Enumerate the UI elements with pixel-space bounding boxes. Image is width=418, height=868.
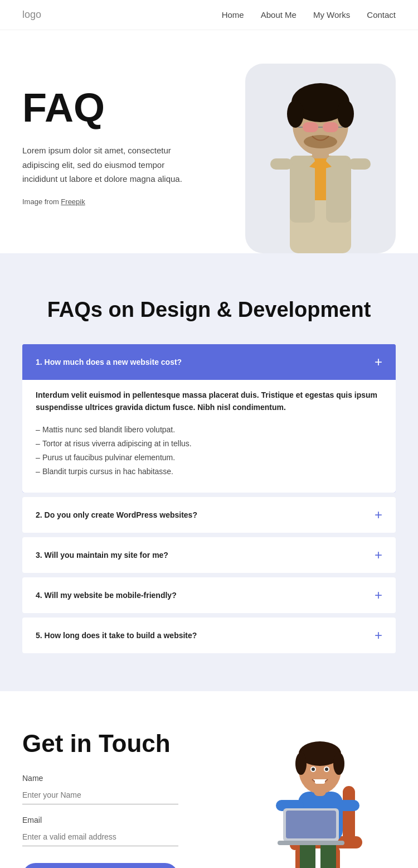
faq-question-text-4: 4. Will my website be mobile-friendly? (36, 591, 177, 600)
name-label: Name (22, 774, 229, 783)
svg-point-9 (337, 100, 354, 128)
svg-point-8 (287, 100, 304, 128)
faq-question-2[interactable]: 2. Do you only create WordPress websites… (22, 497, 396, 533)
nav-link-contact[interactable]: Contact (367, 10, 396, 20)
faq-plus-icon-4: + (375, 589, 382, 602)
contact-person-illustration (256, 741, 379, 868)
svg-point-36 (325, 768, 328, 771)
faq-question-text-5: 5. How long does it take to build a webs… (36, 631, 197, 640)
faq-item-3: 3. Will you maintain my site for me? + (22, 537, 396, 573)
faq-item-1: 1. How much does a new website cost? + I… (22, 344, 396, 493)
faq-section-title: FAQs on Design & Development (22, 298, 396, 322)
faq-item-5: 5. How long does it take to build a webs… (22, 618, 396, 653)
list-item: Blandit turpis cursus in hac habitasse. (36, 465, 382, 479)
email-label: Email (22, 816, 229, 824)
faq-question-4[interactable]: 4. Will my website be mobile-friendly? + (22, 577, 396, 613)
email-input[interactable] (22, 828, 178, 846)
hero-left: FAQ Lorem ipsum dolor sit amet, consecte… (22, 64, 240, 206)
svg-point-32 (333, 753, 344, 775)
contact-title: Get in Touch (22, 730, 229, 757)
faq-plus-icon-2: + (375, 508, 382, 522)
contact-section: Get in Touch Name Email SUBMIT Image fro… (0, 691, 418, 868)
faq-question-text-2: 2. Do you only create WordPress websites… (36, 510, 197, 519)
faq-item-4: 4. Will my website be mobile-friendly? + (22, 577, 396, 613)
nav-link-about[interactable]: About Me (261, 10, 297, 20)
hero-section: FAQ Lorem ipsum dolor sit amet, consecte… (0, 30, 418, 253)
name-form-group: Name (22, 774, 229, 804)
list-item: Tortor at risus viverra adipiscing at in… (36, 437, 382, 451)
svg-rect-16 (270, 158, 293, 170)
nav-link-works[interactable]: My Works (313, 10, 350, 20)
svg-rect-17 (348, 158, 371, 170)
hero-image-container (245, 64, 396, 253)
nav-item-contact[interactable]: Contact (367, 10, 396, 20)
submit-button[interactable]: SUBMIT (22, 863, 178, 868)
faq-question-text-3: 3. Will you maintain my site for me? (36, 551, 168, 560)
contact-left: Get in Touch Name Email SUBMIT Image fro… (22, 730, 229, 868)
svg-point-31 (295, 753, 307, 775)
svg-rect-18 (343, 786, 355, 842)
hero-description: Lorem ipsum dolor sit amet, consectetur … (22, 143, 189, 186)
faq-item-2: 2. Do you only create WordPress websites… (22, 497, 396, 533)
navbar: logo Home About Me My Works Contact (0, 0, 418, 30)
faq-question-1[interactable]: 1. How much does a new website cost? + (22, 344, 396, 380)
faq-plus-icon-3: + (375, 548, 382, 562)
logo: logo (22, 9, 41, 21)
svg-point-35 (312, 768, 315, 771)
svg-rect-41 (286, 811, 336, 838)
faq-question-text-1: 1. How much does a new website cost? (36, 358, 182, 367)
faq-plus-icon-1: + (375, 355, 382, 369)
freepik-link-hero[interactable]: Freepik (61, 197, 85, 206)
list-item: Mattis nunc sed blandit libero volutpat. (36, 423, 382, 437)
faq-section: FAQs on Design & Development 1. How much… (0, 253, 418, 691)
name-input[interactable] (22, 786, 178, 804)
svg-rect-37 (315, 779, 325, 784)
faq-question-3[interactable]: 3. Will you maintain my site for me? + (22, 537, 396, 573)
nav-item-home[interactable]: Home (222, 10, 244, 20)
list-item: Purus ut faucibus pulvinar elementum. (36, 451, 382, 465)
hero-title: FAQ (22, 86, 240, 130)
contact-right (240, 730, 396, 868)
nav-link-home[interactable]: Home (222, 10, 244, 20)
faq-plus-icon-5: + (375, 629, 382, 642)
svg-rect-42 (278, 841, 344, 845)
nav-item-works[interactable]: My Works (313, 10, 350, 20)
faq-answer-list-1: Mattis nunc sed blandit libero volutpat.… (36, 423, 382, 479)
faq-question-5[interactable]: 5. How long does it take to build a webs… (22, 618, 396, 653)
email-form-group: Email (22, 816, 229, 846)
hero-image-credit: Image from Freepik (22, 197, 240, 206)
svg-rect-10 (303, 122, 318, 132)
hero-right (240, 64, 396, 253)
faq-list: 1. How much does a new website cost? + I… (22, 344, 396, 653)
nav-links: Home About Me My Works Contact (222, 10, 396, 20)
svg-rect-11 (323, 122, 338, 132)
nav-item-about[interactable]: About Me (261, 10, 297, 20)
faq-answer-lead-1: Interdum velit euismod in pellentesque m… (36, 389, 382, 414)
hero-person-illustration (259, 69, 382, 253)
faq-answer-1: Interdum velit euismod in pellentesque m… (22, 380, 396, 493)
svg-point-15 (304, 135, 337, 148)
